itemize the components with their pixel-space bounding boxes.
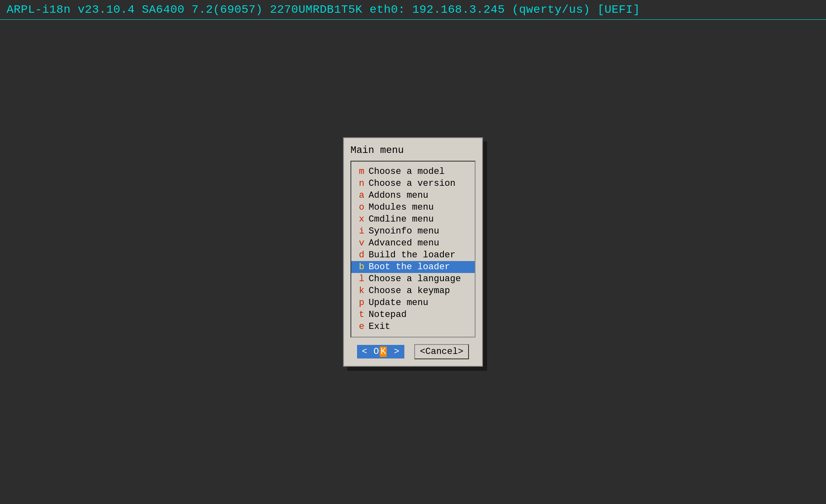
ok-button[interactable]: < OK > (357, 345, 404, 358)
dialog-title: Main menu (350, 145, 476, 156)
cancel-button[interactable]: <Cancel> (414, 344, 469, 359)
menu-item[interactable]: dBuild the loader (351, 249, 475, 261)
ok-text: O (368, 347, 379, 357)
menu-item-key: b (358, 262, 365, 272)
ok-right-arrow: > (394, 347, 399, 357)
menu-item-key: l (358, 274, 365, 284)
menu-item-label: Choose a version (369, 178, 455, 189)
menu-list[interactable]: mChoose a modelnChoose a versionaAddons … (350, 161, 476, 338)
menu-item-label: Addons menu (369, 190, 428, 201)
menu-item-key: d (358, 250, 365, 260)
menu-item-key: t (358, 310, 365, 320)
menu-item-label: Choose a model (369, 166, 445, 177)
menu-item-key: v (358, 238, 365, 248)
menu-item-label: Modules menu (369, 202, 434, 213)
menu-item-label: Synoinfo menu (369, 226, 439, 236)
ok-text2 (387, 347, 393, 357)
menu-item[interactable]: lChoose a language (351, 273, 475, 285)
menu-item-key: m (358, 166, 365, 177)
menu-item[interactable]: oModules menu (351, 201, 475, 213)
menu-item-label: Build the loader (369, 250, 455, 260)
dialog-overlay: Main menu mChoose a modelnChoose a versi… (0, 0, 826, 504)
menu-item-key: a (358, 190, 365, 201)
menu-item-label: Exit (369, 321, 390, 332)
menu-item-key: p (358, 298, 365, 308)
menu-item-key: x (358, 214, 365, 224)
menu-item-label: Cmdline menu (369, 214, 434, 224)
menu-item[interactable]: eExit (351, 321, 475, 333)
menu-item[interactable]: mChoose a model (351, 166, 475, 178)
menu-item[interactable]: bBoot the loader (351, 261, 475, 273)
menu-item[interactable]: nChoose a version (351, 178, 475, 190)
dialog-buttons: < OK > <Cancel> (350, 344, 476, 359)
ok-highlight: K (380, 347, 387, 357)
menu-item-label: Notepad (369, 310, 406, 320)
menu-item[interactable]: pUpdate menu (351, 297, 475, 309)
menu-item-label: Update menu (369, 298, 428, 308)
menu-item-key: i (358, 226, 365, 236)
ok-left-arrow: < (362, 347, 367, 357)
menu-item-key: n (358, 178, 365, 189)
menu-item-label: Choose a language (369, 274, 461, 284)
menu-item-label: Advanced menu (369, 238, 439, 248)
menu-item[interactable]: xCmdline menu (351, 213, 475, 225)
dialog-shadow: Main menu mChoose a modelnChoose a versi… (343, 137, 483, 367)
menu-item[interactable]: tNotepad (351, 309, 475, 321)
menu-item-key: k (358, 286, 365, 296)
dialog-box: Main menu mChoose a modelnChoose a versi… (343, 137, 483, 367)
menu-item-label: Choose a keymap (369, 286, 450, 296)
menu-item[interactable]: kChoose a keymap (351, 285, 475, 297)
menu-item[interactable]: vAdvanced menu (351, 237, 475, 249)
menu-item-key: e (358, 321, 365, 332)
menu-item[interactable]: iSynoinfo menu (351, 225, 475, 237)
menu-item-label: Boot the loader (369, 262, 450, 272)
menu-item-key: o (358, 202, 365, 213)
menu-item[interactable]: aAddons menu (351, 190, 475, 201)
